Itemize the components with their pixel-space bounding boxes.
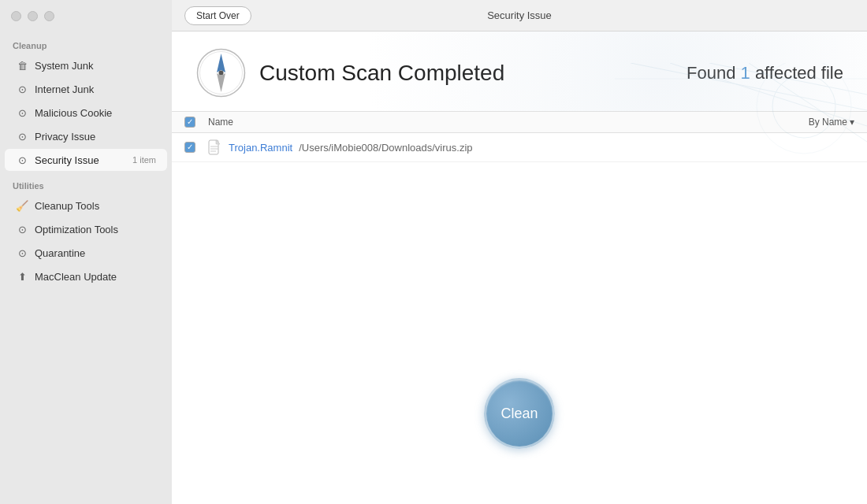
sidebar-item-quarantine[interactable]: ⊙ Quarantine [5, 242, 167, 264]
sidebar-item-macclean-update[interactable]: ⬆ MacClean Update [5, 265, 167, 287]
file-col: Trojan.Ramnit /Users/iMobie008/Downloads… [208, 139, 854, 155]
sidebar-item-optimization-tools[interactable]: ⊙ Optimization Tools [5, 218, 167, 240]
found-suffix: affected file [755, 63, 843, 83]
found-count: 1 [741, 63, 750, 83]
file-name[interactable]: Trojan.Ramnit [229, 142, 292, 154]
select-all-checkbox[interactable] [184, 117, 195, 128]
sort-selector[interactable]: By Name ▾ [809, 117, 854, 128]
clean-button[interactable]: Clean [484, 378, 555, 449]
clean-button-container: Clean [452, 346, 586, 480]
found-prefix: Found [687, 63, 735, 83]
optimization-icon: ⊙ [16, 223, 28, 235]
row-checkbox[interactable] [184, 142, 195, 153]
trash-icon: 🗑 [16, 59, 28, 72]
sidebar-item-label: MacClean Update [35, 271, 156, 283]
table-row: Trojan.Ramnit /Users/iMobie008/Downloads… [172, 133, 867, 162]
security-icon: ⊙ [16, 154, 28, 166]
name-column-header: Name [208, 117, 809, 128]
sidebar: Cleanup 🗑 System Junk ⊙ Internet Junk ⊙ … [0, 0, 172, 504]
sidebar-item-label: Internet Junk [35, 83, 156, 95]
found-section: Found 1 affected file [687, 63, 843, 83]
internet-icon: ⊙ [16, 83, 28, 95]
sidebar-item-label: Malicious Cookie [35, 107, 156, 119]
file-path: /Users/iMobie008/Downloads/virus.zip [299, 142, 472, 154]
sidebar-item-label: Security Issue [35, 154, 126, 166]
cleanup-icon: 🧹 [16, 199, 28, 212]
sidebar-item-cleanup-tools[interactable]: 🧹 Cleanup Tools [5, 195, 167, 217]
utilities-section-label: Utilities [0, 172, 172, 194]
svg-point-11 [219, 71, 224, 76]
sidebar-item-privacy-issue[interactable]: ⊙ Privacy Issue [5, 125, 167, 147]
sidebar-item-label: Privacy Issue [35, 131, 156, 143]
compass-icon [195, 47, 247, 98]
sidebar-item-internet-junk[interactable]: ⊙ Internet Junk [5, 78, 167, 100]
scan-header: Custom Scan Completed Found 1 affected f… [172, 32, 867, 112]
main-content: Start Over Security Issue Custom Scan Co… [172, 0, 867, 504]
sidebar-item-label: Optimization Tools [35, 224, 156, 235]
header-checkbox-col [184, 117, 208, 128]
privacy-icon: ⊙ [16, 130, 28, 143]
sidebar-item-label: System Junk [35, 60, 156, 72]
sidebar-item-label: Cleanup Tools [35, 200, 156, 212]
start-over-button[interactable]: Start Over [184, 6, 251, 25]
sidebar-item-system-junk[interactable]: 🗑 System Junk [5, 54, 167, 76]
sidebar-item-security-issue[interactable]: ⊙ Security Issue 1 item [5, 149, 167, 171]
update-icon: ⬆ [16, 270, 28, 283]
window-controls [11, 11, 54, 21]
cookie-icon: ⊙ [16, 106, 28, 119]
sidebar-item-label: Quarantine [35, 247, 156, 259]
sidebar-item-malicious-cookie[interactable]: ⊙ Malicious Cookie [5, 102, 167, 124]
maximize-button[interactable] [44, 11, 54, 21]
scan-title: Custom Scan Completed [259, 61, 687, 86]
quarantine-icon: ⊙ [16, 246, 28, 259]
close-button[interactable] [11, 11, 21, 21]
header-bar: Start Over Security Issue [172, 0, 867, 32]
table-header: Name By Name ▾ [172, 112, 867, 133]
header-title: Security Issue [487, 9, 552, 21]
file-icon [208, 139, 222, 155]
chevron-down-icon: ▾ [850, 117, 854, 128]
cleanup-section-label: Cleanup [0, 32, 172, 54]
minimize-button[interactable] [28, 11, 38, 21]
row-checkbox-col [184, 142, 208, 153]
item-badge: 1 item [132, 155, 156, 165]
